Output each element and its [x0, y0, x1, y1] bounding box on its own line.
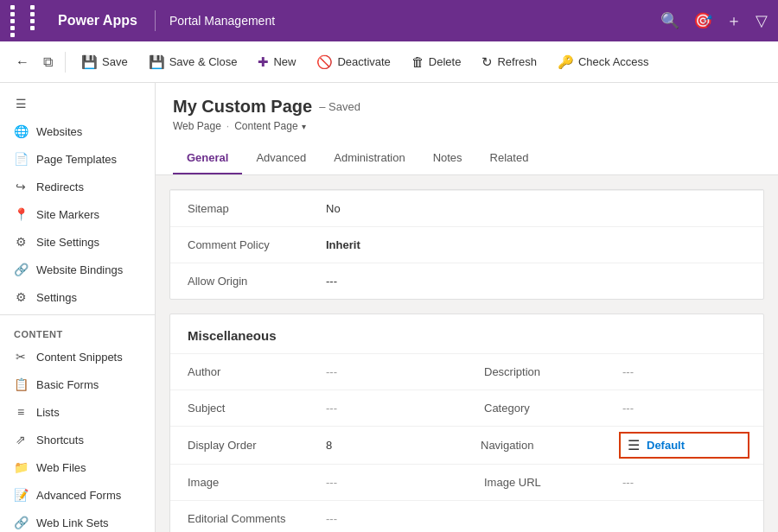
image-url-label: Image URL	[484, 476, 622, 489]
sidebar-label-lists: Lists	[36, 406, 60, 419]
advanced-forms-icon: 📝	[14, 488, 28, 502]
sidebar-item-advanced-forms[interactable]: 📝 Advanced Forms	[0, 481, 155, 509]
lists-icon: ≡	[14, 405, 28, 419]
breadcrumb-content-page[interactable]: Content Page ▾	[234, 120, 305, 132]
page-title: My Custom Page	[173, 97, 312, 117]
category-value: ---	[622, 402, 634, 415]
category-label: Category	[484, 402, 622, 415]
new-icon: ✚	[258, 54, 269, 70]
sidebar-item-content-snippets[interactable]: ✂ Content Snippets	[0, 343, 155, 370]
delete-button[interactable]: 🗑 Delete	[403, 49, 470, 74]
refresh-button[interactable]: ↻ Refresh	[473, 49, 545, 75]
new-button[interactable]: ✚ New	[249, 49, 304, 75]
sidebar-item-settings[interactable]: ⚙ Settings	[0, 283, 155, 311]
add-icon[interactable]: ＋	[726, 10, 742, 31]
settings-icon: ⚙	[14, 290, 28, 304]
sitemap-row: Sitemap No	[170, 190, 763, 226]
image-row: Image ---	[170, 464, 467, 500]
breadcrumb-content-page-label: Content Page	[234, 120, 297, 132]
sidebar-divider	[0, 314, 155, 315]
tab-administration[interactable]: Administration	[320, 142, 418, 174]
sidebar-item-site-settings[interactable]: ⚙ Site Settings	[0, 228, 155, 256]
sidebar-label-settings: Settings	[36, 291, 77, 304]
breadcrumb-separator: ·	[226, 120, 229, 132]
sidebar-item-page-templates[interactable]: 📄 Page Templates	[0, 145, 155, 173]
editorial-comments-value: ---	[326, 512, 337, 525]
websites-icon: 🌐	[14, 124, 28, 138]
sidebar-item-websites[interactable]: 🌐 Websites	[0, 117, 155, 145]
subject-value: ---	[326, 402, 337, 415]
breadcrumb-web-page[interactable]: Web Page	[173, 120, 221, 132]
sidebar-label-content-snippets: Content Snippets	[36, 351, 123, 364]
basic-forms-icon: 📋	[14, 377, 28, 391]
sidebar-item-web-files[interactable]: 📁 Web Files	[0, 453, 155, 481]
tab-related[interactable]: Related	[476, 142, 543, 174]
display-order-value: 8	[326, 439, 332, 452]
editorial-comments-row: Editorial Comments ---	[170, 500, 467, 532]
image-label: Image	[188, 476, 326, 489]
author-row: Author ---	[170, 353, 467, 390]
description-row: Description ---	[467, 353, 763, 390]
sidebar-label-websites: Websites	[36, 125, 82, 138]
tab-advanced[interactable]: Advanced	[242, 142, 320, 174]
deactivate-icon: 🚫	[316, 54, 333, 70]
save-button[interactable]: 💾 Save	[73, 49, 137, 75]
main-layout: ☰ 🌐 Websites 📄 Page Templates ↪ Redirect…	[0, 83, 778, 532]
misc-form-grid: Author --- Description --- Subject --- C…	[170, 353, 763, 532]
app-grid-icon[interactable]	[10, 5, 48, 37]
check-access-button[interactable]: 🔑 Check Access	[549, 49, 658, 75]
upper-section: Sitemap No Comment Policy Inherit Allow …	[169, 189, 764, 300]
site-settings-icon: ⚙	[14, 235, 28, 249]
back-button[interactable]: ←	[10, 49, 35, 75]
subject-row: Subject ---	[170, 390, 467, 426]
empty-row	[467, 500, 763, 532]
sidebar-label-shortcuts: Shortcuts	[36, 434, 84, 446]
sidebar-label-web-files: Web Files	[36, 461, 86, 474]
tab-notes[interactable]: Notes	[419, 142, 476, 174]
save-close-button[interactable]: 💾 Save & Close	[140, 49, 246, 75]
content-snippets-icon: ✂	[14, 350, 28, 364]
sidebar-item-site-markers[interactable]: 📍 Site Markers	[0, 200, 155, 228]
image-url-row: Image URL ---	[467, 464, 763, 500]
subject-label: Subject	[188, 402, 326, 415]
page-templates-icon: 📄	[14, 152, 28, 166]
sidebar-label-website-bindings: Website Bindings	[36, 263, 123, 276]
sidebar-label-site-markers: Site Markers	[36, 208, 99, 221]
deactivate-button[interactable]: 🚫 Deactivate	[308, 49, 399, 75]
breadcrumb: Web Page · Content Page ▾	[173, 120, 761, 132]
content-section-header: Content	[0, 319, 155, 343]
category-row: Category ---	[467, 390, 763, 426]
sidebar-item-basic-forms[interactable]: 📋 Basic Forms	[0, 370, 155, 398]
sidebar-label-redirects: Redirects	[36, 180, 84, 193]
allow-origin-value: ---	[326, 275, 337, 288]
navigation-label: Navigation	[481, 439, 619, 452]
tabs-row: General Advanced Administration Notes Re…	[173, 142, 761, 174]
site-markers-icon: 📍	[14, 207, 28, 221]
sidebar-label-web-link-sets: Web Link Sets	[36, 516, 109, 529]
tab-general[interactable]: General	[173, 142, 242, 174]
image-url-value: ---	[622, 476, 634, 489]
allow-origin-row: Allow Origin ---	[170, 263, 763, 299]
nav-divider	[155, 10, 156, 31]
save-icon: 💾	[81, 54, 98, 70]
target-icon[interactable]: 🎯	[693, 11, 712, 30]
navigation-row[interactable]: Navigation ☰ Default	[467, 426, 763, 464]
filter-icon[interactable]: ▽	[756, 11, 768, 30]
sidebar-item-web-link-sets[interactable]: 🔗 Web Link Sets	[0, 509, 155, 532]
web-files-icon: 📁	[14, 460, 28, 474]
sidebar-item-hamburger[interactable]: ☰	[0, 90, 155, 117]
sidebar-item-redirects[interactable]: ↪ Redirects	[0, 173, 155, 200]
sidebar: ☰ 🌐 Websites 📄 Page Templates ↪ Redirect…	[0, 83, 156, 532]
sitemap-label: Sitemap	[188, 202, 326, 215]
toolbar-divider-1	[65, 52, 66, 73]
sidebar-item-website-bindings[interactable]: 🔗 Website Bindings	[0, 256, 155, 283]
search-icon[interactable]: 🔍	[660, 11, 679, 30]
author-label: Author	[188, 365, 326, 378]
copy-button[interactable]: ⧉	[38, 49, 58, 75]
navigation-list-icon: ☰	[628, 437, 640, 453]
sidebar-item-shortcuts[interactable]: ⇗ Shortcuts	[0, 426, 155, 453]
breadcrumb-web-page-label: Web Page	[173, 120, 221, 132]
page-title-row: My Custom Page – Saved	[173, 97, 761, 117]
sidebar-item-lists[interactable]: ≡ Lists	[0, 398, 155, 426]
navigation-field[interactable]: ☰ Default	[619, 432, 749, 459]
